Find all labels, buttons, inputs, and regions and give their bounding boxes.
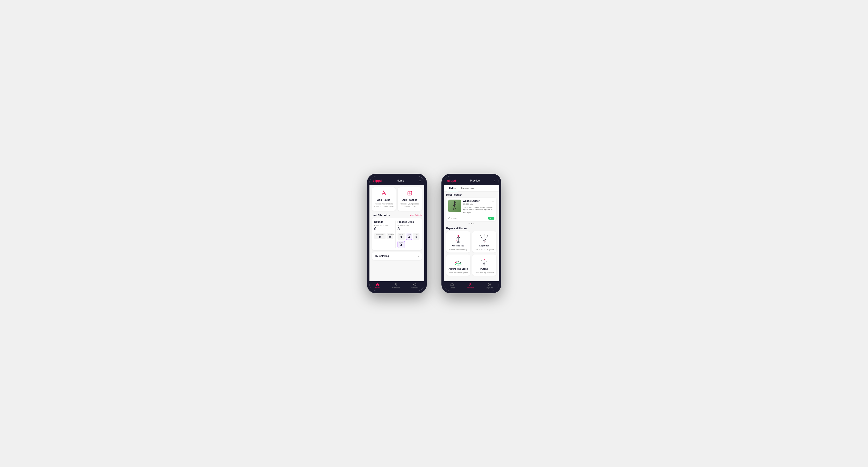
drill-name: Wedge Ladder [463,199,480,202]
app-logo: clippd [373,179,382,183]
arg-stat: ARG 0 [413,233,419,240]
svg-point-15 [487,235,488,236]
shots-dot-icon [448,217,450,219]
around-the-green-desc: Hone your short game [448,272,468,274]
dot-1 [468,223,470,224]
practice-tabs: Drills Favourites [444,185,499,191]
drill-yardage: 50–100 yds [463,203,494,205]
skill-off-the-tee[interactable]: Off The Tee Power and accuracy [446,231,470,252]
capture-icon [413,283,416,286]
golf-bag-label: My Golf Bag [375,255,389,257]
nav-home[interactable]: Home [375,283,380,289]
practice-logo: clippd [447,179,456,183]
skill-grid: Off The Tee Power and accuracy [444,231,499,278]
menu-icon[interactable]: ≡ [419,179,421,182]
drills-sub-grid: OTT 0 APP 4 ARG 0 [398,233,419,248]
drills-column: Practice Drills Drills Capture 8 OTT 0 A… [398,221,419,248]
star-icon[interactable]: ☆ [492,199,494,203]
drill-card-inner: Wedge Ladder ☆ 50–100 yds Play 1 shot at… [446,198,496,216]
practice-nav-home-label: Home [450,287,455,289]
home-title: Home [397,179,404,182]
drill-image [448,199,461,212]
putting-desc: Make and lag practice [475,272,494,274]
svg-point-25 [482,260,482,261]
drills-capture-value: 8 [398,227,419,231]
last3months-title: Last 3 Months [372,214,390,217]
nav-home-label: Home [375,287,380,289]
svg-point-10 [458,235,459,237]
practice-title: Practice [470,179,480,182]
stats-card: Rounds Rounds Capture 0 Tournament 0 Pra… [372,218,422,250]
add-practice-desc: Capture your practice off-the-course [400,203,420,208]
home-content: Add Round Record your shots in fast or e… [369,185,424,281]
nav-activities-label: Activities [392,287,400,289]
svg-point-13 [480,235,481,236]
explore-title: Explore skill areas [444,226,499,231]
practice-bottom-nav: Home Activities Capture [444,281,499,291]
add-practice-icon [407,190,413,197]
home-bottom-nav: Home Activities Capture [369,281,424,291]
around-the-green-name: Around The Green [448,268,468,270]
tournament-stat: Tournament 0 [374,233,386,239]
carousel-dots [444,223,499,224]
add-round-card[interactable]: Add Round Record your shots in fast or e… [372,187,396,211]
ott-label: OTT [399,234,404,236]
home-icon [376,283,379,286]
phone-practice: clippd Practice ≡ Drills Favourites Most… [441,174,501,293]
approach-name: Approach [479,245,489,247]
dot-2 [471,223,472,224]
skill-approach[interactable]: Approach Dial-in to hit the green [472,231,496,252]
practice-nav-capture-label: Capture [486,287,493,289]
rounds-capture-value: 0 [374,227,394,231]
rounds-title: Rounds [374,221,394,223]
drill-footer: 9 shots APP [446,216,496,221]
practice-screen: clippd Practice ≡ Drills Favourites Most… [444,176,499,291]
add-round-title: Add Round [377,198,391,201]
app-stat: APP 4 [406,233,412,240]
drill-info: Wedge Ladder ☆ 50–100 yds Play 1 shot at… [463,199,494,214]
practice-nav-home[interactable]: Home [450,283,455,289]
putt-stat: PUTT 4 [398,241,405,248]
dot-3 [473,223,474,224]
app-label: APP [407,234,411,236]
rounds-column: Rounds Rounds Capture 0 Tournament 0 Pra… [374,221,396,248]
drills-capture-label: Drills Capture [398,224,419,226]
svg-point-14 [484,235,485,236]
activity-section-header: Last 3 Months View Activity [369,213,424,218]
golf-bag-row[interactable]: My Golf Bag › [372,252,422,260]
ott-value: 0 [399,236,404,238]
view-activity-link[interactable]: View Activity [410,214,422,216]
add-practice-card[interactable]: Add Practice Capture your practice off-t… [398,187,422,211]
svg-point-7 [454,201,456,203]
nav-capture[interactable]: Capture [411,283,418,289]
off-the-tee-desc: Power and accuracy [450,248,467,251]
shots-label: 9 shots [448,217,457,219]
skill-putting[interactable]: Putting Make and lag practice [472,254,496,276]
practice-menu-icon[interactable]: ≡ [494,179,495,182]
approach-icon [479,234,489,243]
nav-activities[interactable]: Activities [392,283,400,289]
tab-drills[interactable]: Drills [447,185,459,191]
arg-label: ARG [414,234,418,236]
tab-favourites[interactable]: Favourites [458,185,477,191]
practice-drills-title: Practice Drills [398,221,419,223]
activities-icon [394,283,398,286]
practice-label: Practice [388,234,392,236]
svg-point-21 [484,264,485,265]
drill-card-wedge-ladder[interactable]: Wedge Ladder ☆ 50–100 yds Play 1 shot at… [446,198,496,221]
practice-nav-capture[interactable]: Capture [486,283,493,289]
putt-label: PUTT [399,242,403,244]
golfer-svg [451,201,458,211]
approach-desc: Dial-in to hit the green [475,248,494,251]
drill-thumbnail [448,199,461,212]
add-round-desc: Record your shots in fast or enhanced mo… [374,203,394,208]
practice-nav-activities[interactable]: Activities [467,283,474,289]
app-value: 4 [407,236,411,239]
practice-capture-icon [488,283,491,286]
skill-around-the-green[interactable]: Around The Green Hone your short game [446,254,470,276]
tournament-value: 0 [376,236,384,238]
chevron-right-icon: › [418,255,419,258]
putt-value: 4 [399,244,403,247]
app-container: clippd Home ≡ [367,174,501,293]
practice-nav-activities-label: Activities [467,287,474,289]
